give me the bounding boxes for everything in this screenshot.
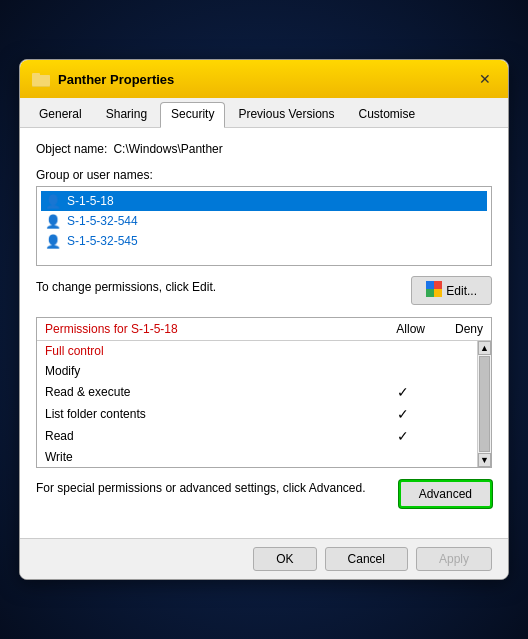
svg-rect-5	[426, 289, 434, 297]
perm-allow-read: ✓	[373, 428, 433, 444]
edit-icon	[426, 281, 442, 300]
tab-general[interactable]: General	[28, 102, 93, 127]
list-item[interactable]: 👤 S-1-5-32-545	[41, 231, 487, 251]
advanced-hint: For special permissions or advanced sett…	[36, 480, 389, 497]
apply-button[interactable]: Apply	[416, 547, 492, 571]
perm-row-full-control: Full control	[37, 341, 491, 361]
title-bar-left: Panther Properties	[32, 70, 174, 88]
edit-button-label: Edit...	[446, 284, 477, 298]
group-label: Group or user names:	[36, 168, 492, 182]
user-name-2: S-1-5-32-545	[67, 234, 138, 248]
tab-content: Object name: C:\Windows\Panther Group or…	[20, 128, 508, 538]
user-name-1: S-1-5-32-544	[67, 214, 138, 228]
perm-row-read: Read ✓	[37, 425, 491, 447]
tab-previous-versions[interactable]: Previous Versions	[227, 102, 345, 127]
permissions-body: Full control Modify Read & execute ✓ Lis…	[37, 341, 491, 467]
col-allow-label: Allow	[396, 322, 425, 336]
user-icon-2: 👤	[45, 233, 61, 249]
scroll-down[interactable]: ▼	[478, 453, 491, 467]
users-list[interactable]: 👤 S-1-5-18 👤 S-1-5-32-544 👤 S-1-5-32-545	[36, 186, 492, 266]
tab-sharing[interactable]: Sharing	[95, 102, 158, 127]
object-name-label: Object name:	[36, 142, 107, 156]
permissions-scrollbar[interactable]: ▲ ▼	[477, 341, 491, 467]
object-name-value: C:\Windows\Panther	[113, 142, 222, 156]
window-title: Panther Properties	[58, 72, 174, 87]
tab-bar: General Sharing Security Previous Versio…	[20, 98, 508, 128]
advanced-button[interactable]: Advanced	[399, 480, 492, 508]
permissions-for-label: Permissions for S-1-5-18	[45, 322, 178, 336]
edit-button[interactable]: Edit...	[411, 276, 492, 305]
perm-row-read-execute: Read & execute ✓	[37, 381, 491, 403]
perm-name-read-execute: Read & execute	[45, 385, 373, 399]
perm-row-write: Write	[37, 447, 491, 467]
perm-row-modify: Modify	[37, 361, 491, 381]
perm-name-read: Read	[45, 429, 373, 443]
tab-security[interactable]: Security	[160, 102, 225, 128]
scroll-thumb[interactable]	[479, 356, 490, 452]
perm-name-list-folder: List folder contents	[45, 407, 373, 421]
properties-window: Panther Properties ✕ General Sharing Sec…	[19, 59, 509, 580]
perm-name-full-control: Full control	[45, 344, 373, 358]
perm-allow-read-execute: ✓	[373, 384, 433, 400]
list-item[interactable]: 👤 S-1-5-18	[41, 191, 487, 211]
title-bar: Panther Properties ✕	[20, 60, 508, 98]
scroll-up[interactable]: ▲	[478, 341, 491, 355]
tab-customise[interactable]: Customise	[347, 102, 426, 127]
col-deny-label: Deny	[455, 322, 483, 336]
object-name-row: Object name: C:\Windows\Panther	[36, 142, 492, 156]
folder-icon	[32, 70, 50, 88]
svg-rect-6	[434, 289, 442, 297]
bottom-bar: OK Cancel Apply	[20, 538, 508, 579]
permissions-section: Permissions for S-1-5-18 Allow Deny Full…	[36, 317, 492, 468]
svg-rect-3	[426, 281, 434, 289]
svg-rect-2	[32, 75, 50, 86]
perm-name-write: Write	[45, 450, 373, 464]
advanced-row: For special permissions or advanced sett…	[36, 480, 492, 508]
ok-button[interactable]: OK	[253, 547, 316, 571]
close-button[interactable]: ✕	[474, 68, 496, 90]
change-hint: To change permissions, click Edit.	[36, 280, 216, 294]
list-item[interactable]: 👤 S-1-5-32-544	[41, 211, 487, 231]
user-icon-1: 👤	[45, 213, 61, 229]
svg-rect-4	[434, 281, 442, 289]
perm-row-list-folder: List folder contents ✓	[37, 403, 491, 425]
user-icon-0: 👤	[45, 193, 61, 209]
permissions-header: Permissions for S-1-5-18 Allow Deny	[37, 318, 491, 341]
perm-name-modify: Modify	[45, 364, 373, 378]
user-name-0: S-1-5-18	[67, 194, 114, 208]
perm-allow-list-folder: ✓	[373, 406, 433, 422]
cancel-button[interactable]: Cancel	[325, 547, 408, 571]
